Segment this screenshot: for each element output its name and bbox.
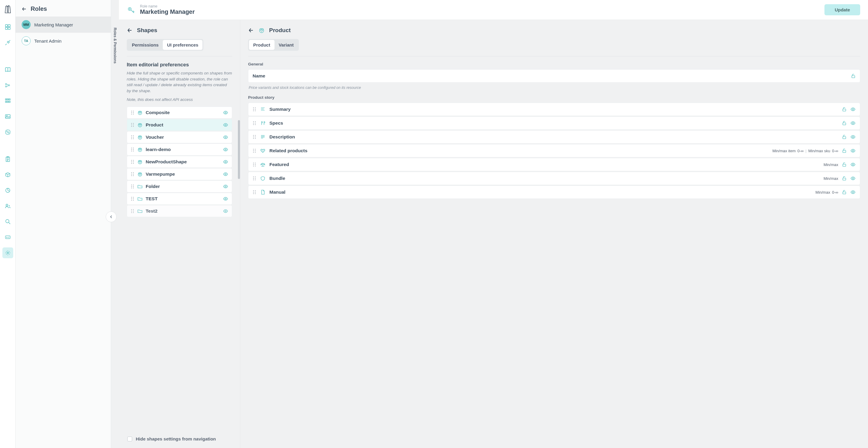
- drag-handle-icon[interactable]: [253, 176, 256, 181]
- shape-row[interactable]: TEST: [127, 193, 232, 205]
- visibility-icon[interactable]: [850, 175, 856, 181]
- drag-handle-icon[interactable]: [131, 123, 134, 127]
- visibility-icon[interactable]: [223, 196, 228, 201]
- svg-point-92: [133, 175, 134, 176]
- lock-open-icon[interactable]: [842, 190, 847, 195]
- rail-percent-icon[interactable]: [2, 127, 13, 137]
- svg-point-75: [131, 160, 132, 161]
- visibility-icon[interactable]: [223, 110, 228, 115]
- visibility-icon[interactable]: [223, 184, 228, 189]
- role-item-tenant-admin[interactable]: TA Tenant Admin: [16, 33, 111, 49]
- svg-point-147: [255, 138, 256, 139]
- shape-row[interactable]: Varmepumpe: [127, 168, 232, 180]
- component-row[interactable]: Summary: [248, 103, 860, 116]
- visibility-icon[interactable]: [850, 189, 856, 195]
- rail-grid-icon[interactable]: [2, 95, 13, 106]
- rail-plug-icon[interactable]: [2, 37, 13, 48]
- back-arrow-icon[interactable]: [127, 27, 133, 33]
- visibility-icon[interactable]: [223, 159, 228, 164]
- file-icon: [260, 189, 266, 195]
- scrollbar[interactable]: [238, 120, 240, 179]
- rail-clipboard-icon[interactable]: [2, 154, 13, 164]
- lock-open-icon[interactable]: [842, 107, 847, 112]
- visibility-icon[interactable]: [850, 134, 856, 140]
- shape-row[interactable]: Voucher: [127, 131, 232, 143]
- rail-users-icon[interactable]: [2, 200, 13, 212]
- drag-handle-icon[interactable]: [131, 110, 134, 115]
- drag-handle-icon[interactable]: [131, 135, 134, 140]
- drag-handle-icon[interactable]: [131, 184, 134, 189]
- field-meta: Min/max item0-∞|Min/max sku0-∞: [773, 149, 838, 153]
- component-row[interactable]: BundleMin/max: [248, 172, 860, 185]
- component-row[interactable]: ManualMin/max0-∞: [248, 186, 860, 199]
- rail-book-icon[interactable]: [2, 64, 13, 75]
- rail-pie-icon[interactable]: [2, 185, 13, 196]
- visibility-icon[interactable]: [223, 134, 228, 140]
- tab-variant[interactable]: Variant: [275, 40, 298, 50]
- update-button[interactable]: Update: [825, 4, 860, 15]
- lock-open-icon[interactable]: [842, 176, 847, 181]
- svg-point-24: [7, 252, 8, 254]
- rail-az-icon[interactable]: A·Z: [2, 232, 13, 243]
- svg-point-141: [852, 123, 854, 124]
- drag-handle-icon[interactable]: [131, 172, 134, 177]
- svg-point-179: [255, 193, 256, 194]
- collapse-handle[interactable]: [106, 212, 117, 222]
- drag-handle-icon[interactable]: [253, 107, 256, 112]
- rail-image-icon[interactable]: [2, 111, 13, 122]
- lock-open-icon[interactable]: [842, 148, 847, 153]
- rail-search-icon[interactable]: [2, 216, 13, 227]
- shape-row[interactable]: Product: [127, 119, 232, 131]
- role-item-marketing-manager[interactable]: MM Marketing Manager: [16, 17, 111, 33]
- component-row[interactable]: Description: [248, 130, 860, 143]
- drag-handle-icon[interactable]: [131, 209, 134, 214]
- visibility-icon[interactable]: [850, 148, 856, 154]
- drag-handle-icon[interactable]: [131, 147, 134, 152]
- hide-shapes-checkbox-row[interactable]: Hide shapes settings from navigation: [127, 431, 232, 445]
- drag-handle-icon[interactable]: [253, 162, 256, 167]
- back-arrow-icon[interactable]: [248, 27, 254, 33]
- hide-shapes-checkbox[interactable]: [127, 437, 132, 441]
- visibility-icon[interactable]: [850, 120, 856, 126]
- drag-handle-icon[interactable]: [253, 134, 256, 139]
- visibility-icon[interactable]: [223, 147, 228, 152]
- drag-handle-icon[interactable]: [253, 148, 256, 153]
- drag-handle-icon[interactable]: [253, 121, 256, 126]
- lock-open-icon[interactable]: [842, 134, 847, 139]
- visibility-icon[interactable]: [850, 162, 856, 167]
- drag-handle-icon[interactable]: [131, 159, 134, 164]
- specs-icon: [260, 120, 266, 126]
- lock-open-icon[interactable]: [842, 162, 847, 167]
- shape-row[interactable]: learn-demo: [127, 143, 232, 156]
- tab-ui-preferences[interactable]: UI preferences: [163, 40, 203, 50]
- component-row[interactable]: Specs: [248, 117, 860, 130]
- svg-point-177: [255, 192, 256, 193]
- lock-open-icon[interactable]: [842, 121, 847, 126]
- rail-dashboard-icon[interactable]: [2, 22, 13, 32]
- shape-row[interactable]: Test2: [127, 205, 232, 217]
- drag-handle-icon[interactable]: [253, 190, 256, 195]
- visibility-icon[interactable]: [223, 171, 228, 177]
- svg-point-155: [255, 152, 256, 153]
- rail-box-icon[interactable]: [2, 169, 13, 180]
- rail-settings-icon[interactable]: [2, 248, 13, 258]
- shape-row[interactable]: NewProductShape: [127, 156, 232, 168]
- visibility-icon[interactable]: [850, 106, 856, 112]
- component-row[interactable]: FeaturedMin/max: [248, 158, 860, 171]
- svg-point-16: [8, 132, 9, 133]
- tab-product[interactable]: Product: [249, 40, 275, 50]
- app-logo-icon[interactable]: [2, 4, 13, 15]
- svg-point-52: [133, 135, 134, 136]
- component-row[interactable]: Related productsMin/max item0-∞|Min/max …: [248, 144, 860, 157]
- field-name[interactable]: Name: [248, 69, 860, 83]
- tab-permissions[interactable]: Permissions: [128, 40, 163, 50]
- svg-point-63: [131, 148, 132, 149]
- visibility-icon[interactable]: [223, 122, 228, 128]
- shape-row[interactable]: Folder: [127, 181, 232, 192]
- back-arrow-icon[interactable]: [22, 6, 27, 12]
- visibility-icon[interactable]: [223, 209, 228, 214]
- rail-graph-icon[interactable]: [2, 80, 13, 91]
- shape-row[interactable]: Composite: [127, 106, 232, 119]
- lock-open-icon[interactable]: [851, 73, 856, 78]
- drag-handle-icon[interactable]: [131, 196, 134, 201]
